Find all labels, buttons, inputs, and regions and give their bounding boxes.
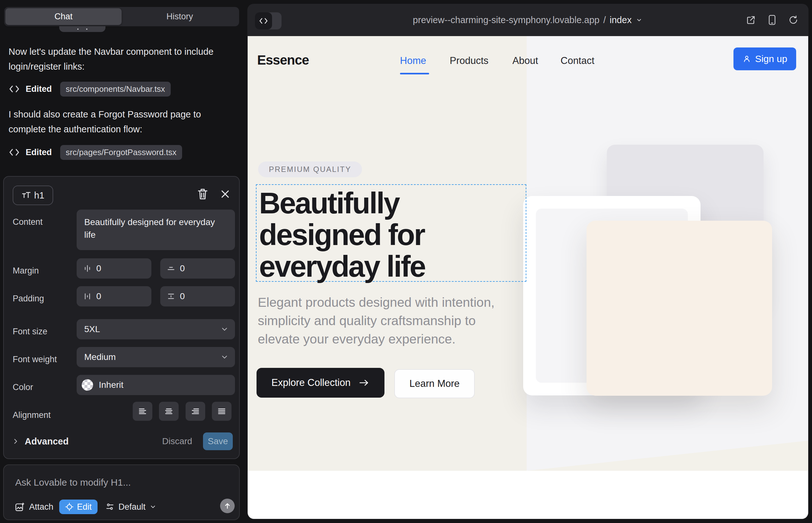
- margin-label: Margin: [13, 266, 39, 276]
- close-icon[interactable]: [220, 189, 231, 199]
- content-label: Content: [13, 217, 43, 227]
- font-size-select[interactable]: 5XL: [77, 319, 235, 339]
- element-editor-panel: h1 Content Beautifully designed for ever…: [3, 176, 240, 459]
- edited-file-row[interactable]: Edited src/pages/ForgotPassword.tsx: [8, 145, 182, 160]
- font-weight-label: Font weight: [13, 355, 57, 364]
- chevron-down-icon: [635, 16, 643, 24]
- mobile-view-icon[interactable]: [767, 15, 777, 25]
- url-separator: /: [603, 15, 606, 25]
- premium-quality-badge: PREMIUM QUALITY: [258, 161, 362, 177]
- browser-chrome-bar: preview--charming-site-symphony.lovable.…: [247, 4, 809, 36]
- hero-card-cream: [586, 221, 772, 396]
- code-icon: [8, 84, 20, 94]
- margin-vertical-icon: [166, 264, 175, 273]
- nav-link-about[interactable]: About: [512, 55, 538, 67]
- chevron-down-icon: [149, 503, 156, 510]
- tab-chat[interactable]: Chat: [5, 8, 122, 25]
- delete-element-button[interactable]: [196, 187, 209, 201]
- padding-horizontal-icon: [83, 292, 92, 301]
- align-center-button[interactable]: [159, 402, 179, 421]
- font-weight-select[interactable]: Medium: [77, 347, 235, 367]
- discard-button[interactable]: Discard: [162, 432, 192, 450]
- edited-label: Edited: [26, 84, 52, 94]
- nav-link-home[interactable]: Home: [400, 55, 426, 67]
- nav-link-products[interactable]: Products: [450, 55, 488, 67]
- hero-paragraph: Elegant products designed with intention…: [258, 293, 524, 348]
- refresh-icon[interactable]: [788, 15, 798, 25]
- nav-link-contact[interactable]: Contact: [561, 55, 595, 67]
- edited-file-chip[interactable]: src/components/Navbar.tsx: [60, 82, 171, 96]
- arrow-right-icon: [359, 379, 370, 387]
- url-bar[interactable]: preview--charming-site-symphony.lovable.…: [247, 4, 809, 36]
- align-justify-button[interactable]: [212, 402, 231, 421]
- align-right-button[interactable]: [186, 402, 205, 421]
- save-button[interactable]: Save: [203, 432, 233, 450]
- hero-section: Essence Home Products About Contact Sign…: [248, 36, 808, 471]
- nav-active-underline: [400, 73, 429, 74]
- composer-input[interactable]: Ask Lovable to modify H1...: [15, 477, 131, 488]
- explore-collection-button[interactable]: Explore Collection: [257, 368, 385, 398]
- user-icon: [742, 54, 751, 63]
- chevron-down-icon: [220, 325, 229, 333]
- attach-button[interactable]: Attach: [15, 500, 54, 514]
- padding-label: Padding: [13, 294, 44, 304]
- color-picker-field[interactable]: Inherit: [77, 375, 235, 395]
- typography-icon: [21, 191, 31, 200]
- site-viewport: Essence Home Products About Contact Sign…: [248, 36, 808, 519]
- edit-mode-button[interactable]: Edit: [59, 500, 98, 514]
- color-label: Color: [13, 382, 33, 392]
- font-size-label: Font size: [13, 327, 48, 337]
- element-tag-label: h1: [34, 190, 44, 201]
- element-tag-pill[interactable]: h1: [13, 185, 53, 205]
- send-button[interactable]: [220, 499, 235, 513]
- hero-heading[interactable]: Beautifully designed for everyday life: [259, 187, 425, 283]
- edited-file-chip[interactable]: src/pages/ForgotPassword.tsx: [60, 145, 182, 160]
- content-input[interactable]: Beautifully designed for everyday life: [77, 210, 235, 250]
- margin-x-input[interactable]: 0: [77, 258, 152, 278]
- attach-image-icon: [15, 502, 25, 512]
- margin-horizontal-icon: [83, 264, 92, 273]
- chat-message: Now let's update the Navbar component to…: [8, 44, 230, 74]
- tab-history[interactable]: History: [122, 8, 238, 25]
- advanced-toggle[interactable]: Advanced: [12, 432, 69, 450]
- scrolled-pill: [59, 26, 105, 32]
- chat-message: I should also create a Forgot Password p…: [8, 107, 230, 137]
- chevron-down-icon: [220, 353, 229, 361]
- arrow-up-icon: [223, 502, 231, 510]
- chat-history-tabbar: Chat History: [4, 7, 239, 26]
- margin-y-input[interactable]: 0: [160, 258, 235, 278]
- target-icon: [65, 502, 74, 511]
- url-page: index: [610, 15, 632, 25]
- padding-y-input[interactable]: 0: [160, 286, 235, 306]
- sliders-icon: [105, 502, 114, 511]
- align-left-button[interactable]: [133, 402, 152, 421]
- padding-x-input[interactable]: 0: [77, 286, 152, 306]
- edited-label: Edited: [26, 147, 52, 157]
- app-window: Chat History Now let's update the Navbar…: [0, 0, 812, 523]
- learn-more-button[interactable]: Learn More: [394, 369, 475, 398]
- chat-composer[interactable]: Ask Lovable to modify H1... Attach Edit …: [3, 465, 240, 520]
- padding-vertical-icon: [166, 292, 175, 301]
- edited-file-row[interactable]: Edited src/components/Navbar.tsx: [8, 82, 171, 96]
- code-icon: [8, 147, 20, 157]
- open-external-icon[interactable]: [746, 15, 756, 25]
- url-host: preview--charming-site-symphony.lovable.…: [413, 15, 600, 25]
- alignment-label: Alignment: [13, 410, 51, 420]
- mode-selector[interactable]: Default: [105, 500, 156, 514]
- sign-up-button[interactable]: Sign up: [734, 48, 796, 70]
- preview-browser-frame: preview--charming-site-symphony.lovable.…: [247, 4, 809, 519]
- site-logo[interactable]: Essence: [257, 53, 309, 68]
- transparent-color-swatch: [82, 379, 93, 391]
